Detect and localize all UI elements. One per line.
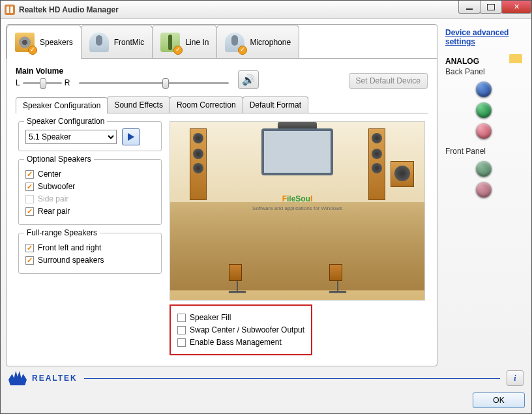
titlebar: Realtek HD Audio Manager: [1, 1, 531, 19]
subtabs: Speaker Configuration Sound Effects Room…: [16, 96, 428, 113]
subtab-room[interactable]: Room Correction: [170, 96, 243, 113]
chk-front-full[interactable]: [25, 244, 34, 252]
close-button[interactable]: [501, 1, 531, 14]
chk-swap[interactable]: [177, 326, 186, 334]
jack-pink[interactable]: [476, 123, 492, 139]
analog-label: ANALOG: [445, 57, 479, 66]
info-button[interactable]: i: [507, 370, 524, 386]
maximize-button[interactable]: [480, 1, 502, 14]
minimize-button[interactable]: [458, 1, 480, 14]
side-panel: Device advanced settings ANALOG Back Pan…: [441, 24, 526, 366]
front-right-speaker-icon: [368, 128, 385, 200]
main-volume-label: Main Volume: [16, 67, 70, 76]
chk-speaker-fill[interactable]: [177, 314, 186, 322]
chk-rear[interactable]: [25, 207, 34, 216]
group-speaker-config: Speaker Configuration 5.1 Speaker: [18, 121, 162, 151]
tab-linein[interactable]: Line In: [152, 25, 217, 59]
highlighted-options: Speaker Fill Swap Center / Subwoofer Out…: [170, 304, 312, 355]
main-volume-block: Main Volume L R: [16, 67, 70, 89]
chk-subwoofer[interactable]: [25, 183, 34, 191]
device-tabs: Speakers FrontMic Line In Microphone: [7, 25, 437, 59]
test-play-button[interactable]: [122, 128, 140, 145]
footer: REALTEK i: [1, 366, 531, 392]
realtek-logo: REALTEK: [8, 371, 78, 385]
speaker-scene: FileSoul Software and applications for W…: [170, 121, 425, 301]
advanced-settings-link[interactable]: Device advanced settings: [445, 28, 522, 46]
tab-label: Line In: [185, 38, 209, 47]
front-panel-label: Front Panel: [445, 147, 522, 156]
speaker-icon: [15, 33, 35, 52]
balance-slider[interactable]: [23, 77, 62, 89]
mute-button[interactable]: 🔊: [238, 70, 259, 89]
chk-side: [25, 195, 34, 203]
tab-speakers[interactable]: Speakers: [7, 25, 81, 59]
window-title: Realtek HD Audio Manager: [19, 5, 119, 14]
rear-right-speaker-icon: [329, 264, 346, 293]
front-left-speaker-icon: [190, 128, 207, 200]
jack-blue[interactable]: [476, 81, 492, 97]
subtab-format[interactable]: Default Format: [243, 96, 308, 113]
subtab-config[interactable]: Speaker Configuration: [16, 97, 108, 113]
group-optional: Optional Speakers Center Subwoofer Side …: [18, 159, 162, 225]
subtab-effects[interactable]: Sound Effects: [107, 96, 170, 113]
group-label: Full-range Speakers: [24, 228, 100, 237]
group-label: Optional Speakers: [24, 155, 94, 164]
mic-icon: [225, 33, 244, 52]
app-window: Realtek HD Audio Manager Speakers FrontM…: [0, 0, 532, 414]
chk-surround-full[interactable]: [25, 256, 34, 265]
back-panel-label: Back Panel: [445, 67, 522, 76]
chk-bass[interactable]: [177, 338, 186, 347]
ok-button[interactable]: OK: [473, 392, 525, 408]
balance-L: L: [16, 78, 20, 87]
group-label: Speaker Configuration: [24, 117, 107, 126]
tab-label: Microphone: [250, 38, 291, 47]
tab-label: Speakers: [40, 38, 73, 47]
chk-center[interactable]: [25, 170, 34, 179]
speaker-config-select[interactable]: 5.1 Speaker: [25, 130, 117, 144]
mic-icon: [89, 33, 109, 52]
set-default-button[interactable]: Set Default Device: [349, 73, 428, 89]
tab-label: FrontMic: [114, 38, 145, 47]
rear-left-speaker-icon: [229, 264, 246, 293]
tv-icon: [261, 128, 333, 175]
tab-microphone[interactable]: Microphone: [216, 25, 299, 59]
group-fullrange: Full-range Speakers Front left and right…: [18, 233, 162, 274]
subwoofer-icon: [391, 161, 414, 187]
linein-icon: [160, 33, 180, 52]
main-panel: Speakers FrontMic Line In Microphone: [6, 24, 437, 366]
jack-green[interactable]: [476, 102, 492, 118]
jack-front-pink[interactable]: [476, 182, 492, 198]
crab-icon: [8, 371, 27, 385]
tab-frontmic[interactable]: FrontMic: [81, 25, 153, 59]
jack-front-green[interactable]: [476, 161, 492, 177]
app-icon: [5, 5, 15, 15]
volume-slider[interactable]: [79, 77, 229, 89]
folder-icon[interactable]: [509, 54, 522, 63]
balance-R: R: [65, 78, 70, 87]
